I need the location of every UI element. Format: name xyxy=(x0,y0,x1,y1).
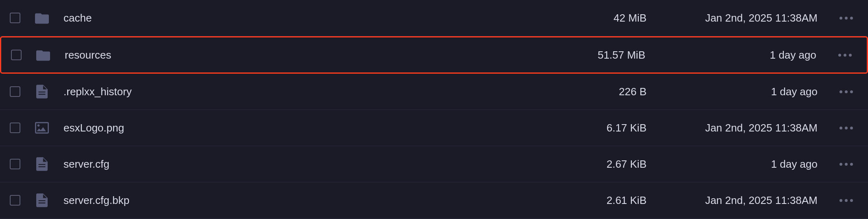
file-row[interactable]: server.cfg2.67 KiB1 day ago xyxy=(0,146,868,182)
file-date: 1 day ago xyxy=(647,85,818,98)
more-options-button[interactable] xyxy=(834,199,858,202)
file-date: 1 day ago xyxy=(645,49,816,61)
file-checkbox[interactable] xyxy=(10,13,20,23)
file-checkbox[interactable] xyxy=(11,50,22,60)
dots-horizontal-icon xyxy=(840,90,853,93)
file-name[interactable]: esxLogo.png xyxy=(64,122,541,134)
dots-horizontal-icon xyxy=(840,163,853,166)
file-row[interactable]: resources51.57 MiB1 day ago xyxy=(0,36,868,74)
file-name[interactable]: .replxx_history xyxy=(64,85,541,98)
file-icon xyxy=(35,193,49,207)
file-icon xyxy=(35,157,49,171)
file-size: 42 MiB xyxy=(541,12,647,24)
file-size: 2.67 KiB xyxy=(541,158,647,171)
file-checkbox[interactable] xyxy=(10,195,20,206)
file-row[interactable]: esxLogo.png6.17 KiBJan 2nd, 2025 11:38AM xyxy=(0,110,868,146)
file-name[interactable]: server.cfg xyxy=(64,158,541,171)
dots-horizontal-icon xyxy=(840,17,853,20)
file-checkbox[interactable] xyxy=(10,86,20,97)
more-options-button[interactable] xyxy=(834,163,858,166)
more-options-button[interactable] xyxy=(834,90,858,93)
file-checkbox[interactable] xyxy=(10,123,20,133)
file-date: 1 day ago xyxy=(647,158,818,171)
dots-horizontal-icon xyxy=(840,127,853,129)
file-size: 6.17 KiB xyxy=(541,122,647,134)
file-name[interactable]: resources xyxy=(65,49,539,61)
file-checkbox[interactable] xyxy=(10,159,20,169)
file-size: 226 B xyxy=(541,85,647,98)
more-options-button[interactable] xyxy=(834,127,858,129)
file-size: 51.57 MiB xyxy=(539,49,645,61)
file-row[interactable]: server.cfg.bkp2.61 KiBJan 2nd, 2025 11:3… xyxy=(0,182,868,219)
file-name[interactable]: server.cfg.bkp xyxy=(64,194,541,207)
file-date: Jan 2nd, 2025 11:38AM xyxy=(647,12,818,24)
folder-icon xyxy=(36,48,50,62)
dots-horizontal-icon xyxy=(840,199,853,202)
more-options-button[interactable] xyxy=(833,54,857,57)
file-name[interactable]: cache xyxy=(64,12,541,24)
file-date: Jan 2nd, 2025 11:38AM xyxy=(647,194,818,207)
more-options-button[interactable] xyxy=(834,17,858,20)
file-size: 2.61 KiB xyxy=(541,194,647,207)
file-date: Jan 2nd, 2025 11:38AM xyxy=(647,122,818,134)
folder-icon xyxy=(35,11,49,25)
file-icon xyxy=(35,85,49,99)
image-icon xyxy=(35,121,49,135)
file-list: cache42 MiBJan 2nd, 2025 11:38AMresource… xyxy=(0,0,868,219)
file-row[interactable]: cache42 MiBJan 2nd, 2025 11:38AM xyxy=(0,0,868,36)
dots-horizontal-icon xyxy=(838,54,852,57)
file-row[interactable]: .replxx_history226 B1 day ago xyxy=(0,74,868,110)
